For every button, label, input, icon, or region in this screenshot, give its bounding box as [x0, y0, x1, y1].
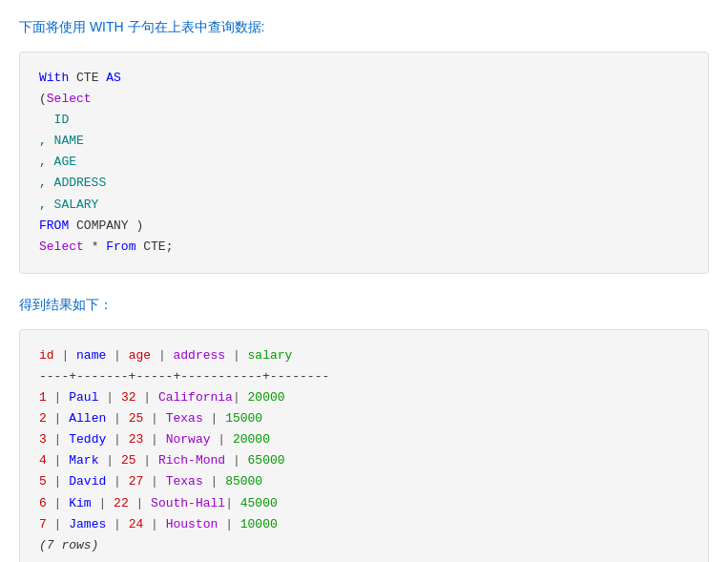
- header-id: id: [39, 348, 61, 363]
- table-row: 2 | Allen | 25 | Texas | 15000: [39, 408, 689, 429]
- keyword-with: With: [39, 71, 69, 85]
- code-block: With CTE AS (Select ID , NAME , AGE , AD…: [19, 52, 709, 274]
- header-name: name: [76, 348, 114, 363]
- code-line-2: (Select: [39, 89, 689, 110]
- select-rest: *: [92, 239, 107, 254]
- code-line-3: ID: [39, 110, 689, 131]
- comma-4: ,: [39, 198, 54, 212]
- keyword-as: AS: [106, 71, 121, 85]
- code-line-5: , AGE: [39, 152, 689, 173]
- cte-name: CTE: [76, 71, 106, 85]
- table-header: id | name | age | address | salary: [39, 345, 689, 366]
- table-row: 4 | Mark | 25 | Rich-Mond | 65000: [39, 450, 689, 471]
- code-line-8: FROM COMPANY ): [39, 216, 689, 237]
- col-salary: SALARY: [54, 198, 99, 212]
- code-line-4: , NAME: [39, 131, 689, 152]
- col-id: ID: [54, 113, 70, 127]
- intro-text: 下面将使用 WITH 子句在上表中查询数据:: [19, 19, 709, 36]
- table-row: 1 | Paul | 32 | California| 20000: [39, 387, 689, 408]
- keyword-from-2: From: [106, 239, 135, 254]
- table-row: 7 | James | 24 | Houston | 10000: [39, 514, 689, 535]
- comma-1: ,: [39, 134, 54, 148]
- header-salary: salary: [248, 348, 293, 363]
- header-age: age: [129, 348, 158, 363]
- table-footer: (7 rows): [39, 535, 689, 556]
- keyword-from-1: FROM: [39, 219, 69, 233]
- paren-open: (: [39, 92, 47, 106]
- col-name: NAME: [54, 134, 84, 148]
- code-line-7: , SALARY: [39, 195, 689, 216]
- indent: [39, 113, 54, 127]
- cte-ref: CTE;: [143, 239, 173, 254]
- code-line-6: , ADDRESS: [39, 173, 689, 194]
- table-row: 5 | David | 27 | Texas | 85000: [39, 471, 689, 492]
- code-line-1: With CTE AS: [39, 68, 689, 89]
- col-age: AGE: [54, 155, 76, 169]
- code-line-9: Select * From CTE;: [39, 237, 689, 258]
- table-row: 3 | Teddy | 23 | Norway | 20000: [39, 429, 689, 450]
- table-name: COMPANY ): [76, 219, 143, 233]
- table-row: 6 | Kim | 22 | South-Hall| 45000: [39, 493, 689, 514]
- result-label: 得到结果如下：: [19, 297, 709, 314]
- col-address: ADDRESS: [54, 176, 107, 190]
- keyword-select-2: Select: [39, 239, 84, 254]
- result-block: id | name | age | address | salary ----+…: [19, 329, 709, 562]
- header-address: address: [174, 348, 233, 363]
- table-divider: ----+-------+-----+-----------+--------: [39, 366, 689, 387]
- comma-3: ,: [39, 176, 54, 190]
- keyword-select-1: Select: [47, 92, 92, 106]
- comma-2: ,: [39, 155, 54, 169]
